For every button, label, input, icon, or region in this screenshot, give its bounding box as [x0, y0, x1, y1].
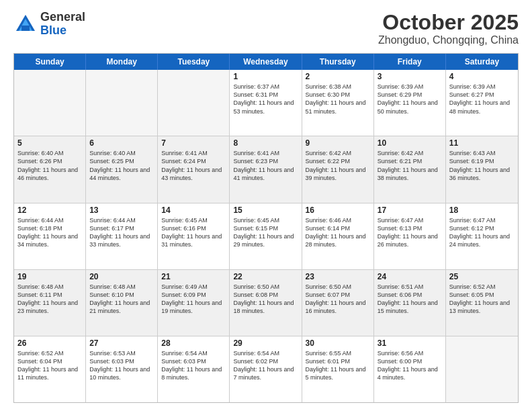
cal-cell	[86, 70, 158, 136]
day-number: 1	[233, 72, 298, 81]
day-number: 6	[89, 138, 154, 148]
cal-cell: 10Sunrise: 6:42 AMSunset: 6:21 PMDayligh…	[374, 136, 446, 202]
cal-cell: 30Sunrise: 6:55 AMSunset: 6:01 PMDayligh…	[302, 336, 374, 402]
location-subtitle: Zhongduo, Chongqing, China	[378, 34, 519, 46]
cell-info: Sunrise: 6:39 AMSunset: 6:29 PMDaylight:…	[378, 83, 442, 116]
week-row-5: 26Sunrise: 6:52 AMSunset: 6:04 PMDayligh…	[14, 336, 518, 402]
cell-info: Sunrise: 6:52 AMSunset: 6:05 PMDaylight:…	[449, 283, 515, 316]
cal-cell: 8Sunrise: 6:41 AMSunset: 6:23 PMDaylight…	[230, 136, 302, 202]
day-header-sunday: Sunday	[14, 54, 86, 70]
calendar-header: SundayMondayTuesdayWednesdayThursdayFrid…	[14, 54, 518, 70]
cell-info: Sunrise: 6:46 AMSunset: 6:14 PMDaylight:…	[306, 216, 370, 249]
calendar-body: 1Sunrise: 6:37 AMSunset: 6:31 PMDaylight…	[14, 70, 518, 402]
cell-info: Sunrise: 6:47 AMSunset: 6:12 PMDaylight:…	[449, 216, 515, 249]
cell-info: Sunrise: 6:47 AMSunset: 6:13 PMDaylight:…	[378, 216, 442, 249]
day-number: 10	[378, 138, 442, 148]
week-row-3: 12Sunrise: 6:44 AMSunset: 6:18 PMDayligh…	[14, 203, 518, 270]
cal-cell: 11Sunrise: 6:43 AMSunset: 6:19 PMDayligh…	[446, 136, 518, 202]
month-title: October 2025	[378, 11, 519, 34]
day-header-thursday: Thursday	[302, 54, 374, 70]
day-number: 24	[378, 272, 442, 281]
cal-cell: 9Sunrise: 6:42 AMSunset: 6:22 PMDaylight…	[302, 136, 374, 202]
day-number: 12	[17, 205, 82, 215]
cell-info: Sunrise: 6:40 AMSunset: 6:26 PMDaylight:…	[17, 149, 82, 182]
cal-cell: 13Sunrise: 6:44 AMSunset: 6:17 PMDayligh…	[86, 203, 158, 269]
cal-cell: 24Sunrise: 6:51 AMSunset: 6:06 PMDayligh…	[374, 270, 446, 336]
cell-info: Sunrise: 6:42 AMSunset: 6:22 PMDaylight:…	[306, 149, 370, 182]
day-number: 11	[449, 138, 515, 148]
cell-info: Sunrise: 6:56 AMSunset: 6:00 PMDaylight:…	[378, 349, 442, 382]
day-header-wednesday: Wednesday	[230, 54, 302, 70]
day-header-saturday: Saturday	[446, 54, 518, 70]
logo-text: General Blue	[40, 11, 85, 38]
day-number: 9	[306, 138, 370, 148]
week-row-4: 19Sunrise: 6:48 AMSunset: 6:11 PMDayligh…	[14, 270, 518, 336]
cal-cell: 31Sunrise: 6:56 AMSunset: 6:00 PMDayligh…	[374, 336, 446, 402]
day-number: 7	[161, 138, 226, 148]
day-number: 28	[161, 338, 226, 348]
cell-info: Sunrise: 6:50 AMSunset: 6:07 PMDaylight:…	[306, 283, 370, 316]
week-row-1: 1Sunrise: 6:37 AMSunset: 6:31 PMDaylight…	[14, 70, 518, 136]
cal-cell: 28Sunrise: 6:54 AMSunset: 6:03 PMDayligh…	[158, 336, 230, 402]
cell-info: Sunrise: 6:39 AMSunset: 6:27 PMDaylight:…	[449, 83, 515, 116]
cell-info: Sunrise: 6:45 AMSunset: 6:15 PMDaylight:…	[233, 216, 298, 249]
svg-rect-2	[21, 26, 30, 31]
cal-cell: 1Sunrise: 6:37 AMSunset: 6:31 PMDaylight…	[230, 70, 302, 136]
calendar: SundayMondayTuesdayWednesdayThursdayFrid…	[13, 53, 519, 403]
cal-cell: 14Sunrise: 6:45 AMSunset: 6:16 PMDayligh…	[158, 203, 230, 269]
day-number: 19	[17, 272, 82, 281]
cal-cell	[14, 70, 86, 136]
cal-cell: 20Sunrise: 6:48 AMSunset: 6:10 PMDayligh…	[86, 270, 158, 336]
cal-cell: 27Sunrise: 6:53 AMSunset: 6:03 PMDayligh…	[86, 336, 158, 402]
cal-cell: 3Sunrise: 6:39 AMSunset: 6:29 PMDaylight…	[374, 70, 446, 136]
cell-info: Sunrise: 6:53 AMSunset: 6:03 PMDaylight:…	[89, 349, 154, 382]
cell-info: Sunrise: 6:41 AMSunset: 6:24 PMDaylight:…	[161, 149, 226, 182]
day-number: 8	[233, 138, 298, 148]
day-number: 13	[89, 205, 154, 215]
cal-cell: 17Sunrise: 6:47 AMSunset: 6:13 PMDayligh…	[374, 203, 446, 269]
cal-cell: 21Sunrise: 6:49 AMSunset: 6:09 PMDayligh…	[158, 270, 230, 336]
day-number: 5	[17, 138, 82, 148]
logo: General Blue	[13, 11, 85, 38]
cell-info: Sunrise: 6:38 AMSunset: 6:30 PMDaylight:…	[306, 83, 370, 116]
cell-info: Sunrise: 6:54 AMSunset: 6:02 PMDaylight:…	[233, 349, 298, 382]
cell-info: Sunrise: 6:51 AMSunset: 6:06 PMDaylight:…	[378, 283, 442, 316]
day-number: 30	[306, 338, 370, 348]
cell-info: Sunrise: 6:54 AMSunset: 6:03 PMDaylight:…	[161, 349, 226, 382]
logo-icon	[13, 12, 38, 36]
day-number: 29	[233, 338, 298, 348]
cell-info: Sunrise: 6:48 AMSunset: 6:11 PMDaylight:…	[17, 283, 82, 316]
cal-cell: 5Sunrise: 6:40 AMSunset: 6:26 PMDaylight…	[14, 136, 86, 202]
day-number: 16	[306, 205, 370, 215]
day-header-tuesday: Tuesday	[158, 54, 230, 70]
cell-info: Sunrise: 6:50 AMSunset: 6:08 PMDaylight:…	[233, 283, 298, 316]
cell-info: Sunrise: 6:44 AMSunset: 6:17 PMDaylight:…	[89, 216, 154, 249]
day-header-monday: Monday	[86, 54, 158, 70]
cal-cell	[158, 70, 230, 136]
cell-info: Sunrise: 6:45 AMSunset: 6:16 PMDaylight:…	[161, 216, 226, 249]
cal-cell: 26Sunrise: 6:52 AMSunset: 6:04 PMDayligh…	[14, 336, 86, 402]
header: General Blue October 2025 Zhongduo, Chon…	[13, 11, 519, 46]
cell-info: Sunrise: 6:37 AMSunset: 6:31 PMDaylight:…	[233, 83, 298, 116]
cell-info: Sunrise: 6:55 AMSunset: 6:01 PMDaylight:…	[306, 349, 370, 382]
cal-cell: 15Sunrise: 6:45 AMSunset: 6:15 PMDayligh…	[230, 203, 302, 269]
day-header-friday: Friday	[374, 54, 446, 70]
day-number: 2	[306, 72, 370, 81]
cal-cell: 7Sunrise: 6:41 AMSunset: 6:24 PMDaylight…	[158, 136, 230, 202]
cal-cell: 22Sunrise: 6:50 AMSunset: 6:08 PMDayligh…	[230, 270, 302, 336]
page: General Blue October 2025 Zhongduo, Chon…	[0, 0, 532, 411]
title-block: October 2025 Zhongduo, Chongqing, China	[378, 11, 519, 46]
cell-info: Sunrise: 6:43 AMSunset: 6:19 PMDaylight:…	[449, 149, 515, 182]
day-number: 23	[306, 272, 370, 281]
day-number: 25	[449, 272, 515, 281]
cal-cell: 19Sunrise: 6:48 AMSunset: 6:11 PMDayligh…	[14, 270, 86, 336]
day-number: 15	[233, 205, 298, 215]
cal-cell: 16Sunrise: 6:46 AMSunset: 6:14 PMDayligh…	[302, 203, 374, 269]
logo-blue: Blue	[40, 24, 66, 37]
day-number: 17	[378, 205, 442, 215]
cal-cell: 4Sunrise: 6:39 AMSunset: 6:27 PMDaylight…	[446, 70, 518, 136]
cal-cell: 29Sunrise: 6:54 AMSunset: 6:02 PMDayligh…	[230, 336, 302, 402]
cell-info: Sunrise: 6:40 AMSunset: 6:25 PMDaylight:…	[89, 149, 154, 182]
day-number: 18	[449, 205, 515, 215]
cal-cell: 12Sunrise: 6:44 AMSunset: 6:18 PMDayligh…	[14, 203, 86, 269]
